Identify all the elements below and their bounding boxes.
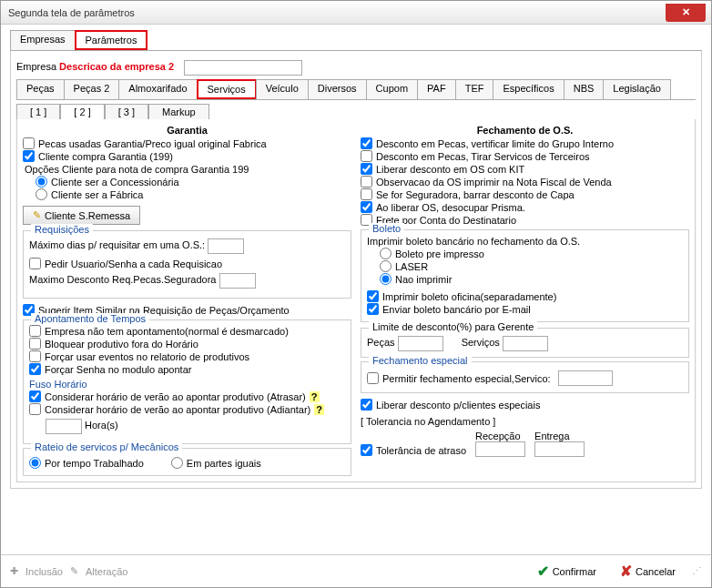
alteracao-label: Alteração	[86, 566, 127, 577]
chk-pecas-usadas[interactable]	[23, 137, 35, 149]
limite-title: Limite de desconto(%) para Gerente	[369, 321, 537, 332]
cat-tab-2[interactable]: Almoxarifado	[118, 79, 197, 99]
tolerancia-title: [ Tolerancia no Agendamento ]	[361, 416, 689, 427]
apontamento-title: Apontamento de Tempos	[31, 313, 149, 324]
cat-tab-11[interactable]: Legislação	[603, 79, 671, 99]
chk-desocupar-prisma[interactable]	[361, 201, 372, 213]
chk-boleto-email[interactable]	[367, 303, 379, 315]
window-title: Segunda tela de parâmetros	[8, 7, 666, 18]
cat-tab-7[interactable]: PAF	[417, 79, 456, 99]
requisicoes-title: Requisições	[31, 224, 93, 235]
confirm-button[interactable]: ✔Confirmar	[530, 559, 604, 583]
chk-boleto-oficina[interactable]	[367, 290, 379, 302]
chk-fuso-atrasar[interactable]	[29, 390, 41, 402]
rad-concessionaria[interactable]	[36, 176, 47, 188]
help-icon[interactable]: ?	[310, 391, 320, 402]
input-limite-servicos[interactable]	[503, 336, 548, 351]
sub-tab-1[interactable]: [ 2 ]	[60, 104, 104, 119]
sub-tab-2[interactable]: [ 3 ]	[105, 104, 148, 119]
cat-tab-10[interactable]: NBS	[564, 79, 605, 99]
input-horas[interactable]	[46, 419, 82, 434]
input-tol-entrega[interactable]	[534, 441, 585, 457]
rad-tempo-trabalhado[interactable]	[29, 457, 41, 469]
inclusao-label: Inclusão	[25, 566, 63, 577]
input-limite-pecas[interactable]	[398, 336, 443, 351]
sub-tabs: [ 1 ][ 2 ][ 3 ]Markup	[16, 104, 696, 119]
input-fech-servico[interactable]	[558, 370, 613, 386]
chk-clientes-especiais[interactable]	[361, 399, 372, 411]
cat-tab-8[interactable]: TEF	[455, 79, 494, 99]
chk-forcar-senha[interactable]	[29, 363, 41, 375]
empresa-label: Empresa	[16, 61, 56, 72]
chk-fech-especial[interactable]	[367, 372, 379, 384]
chk-desc-grupo[interactable]	[361, 137, 372, 149]
close-button[interactable]: ✕	[666, 4, 706, 22]
tab-parametros[interactable]: Parâmetros	[75, 30, 148, 50]
cat-tab-9[interactable]: Específicos	[493, 79, 564, 99]
empresa-desc: Descricao da empresa 2	[59, 61, 174, 72]
cat-tab-3[interactable]: Serviços	[197, 79, 257, 99]
tab-empresas[interactable]: Empresas	[10, 30, 76, 50]
rad-boleto-laser[interactable]	[380, 260, 392, 272]
chk-cliente-compra[interactable]	[23, 150, 35, 162]
edit-icon: ✎	[70, 565, 78, 577]
boleto-title: Boleto	[369, 223, 404, 234]
input-tol-recepcao[interactable]	[475, 441, 525, 457]
cat-tab-4[interactable]: Veículo	[256, 79, 309, 99]
input-max-desconto[interactable]	[219, 273, 256, 289]
empresa-field[interactable]	[184, 60, 302, 76]
rad-boleto-nao[interactable]	[380, 273, 392, 285]
top-tabs: Empresas Parâmetros	[10, 30, 702, 51]
chk-seguradora-capa[interactable]	[361, 188, 372, 200]
fuso-title: Fuso Horário	[29, 379, 345, 390]
rad-partes-iguais[interactable]	[171, 457, 183, 469]
sub-tab-0[interactable]: [ 1 ]	[16, 104, 60, 119]
chk-fuso-adiantar[interactable]	[29, 403, 41, 415]
cat-tab-0[interactable]: Peças	[16, 79, 65, 99]
chk-pedir-usuario[interactable]	[29, 258, 41, 269]
garantia-title: Garantia	[23, 125, 351, 136]
input-max-dias[interactable]	[208, 238, 244, 254]
help-icon[interactable]: ?	[314, 404, 324, 415]
opcoes-cliente-label: Opções Cliente para nota de compra Garan…	[25, 164, 351, 175]
rateio-title: Rateio de servicos p/ Mecânicos	[31, 441, 182, 452]
chk-desc-terceiros[interactable]	[361, 150, 372, 162]
chk-liberar-kit[interactable]	[361, 163, 372, 175]
cat-tab-5[interactable]: Diversos	[308, 79, 367, 99]
btn-cliente-remessa[interactable]: ✎Cliente S.Remessa	[23, 206, 140, 225]
fechamento-title: Fechamento de O.S.	[361, 125, 689, 136]
cat-tab-6[interactable]: Cupom	[366, 79, 418, 99]
cancel-button[interactable]: ✘Cancelar	[613, 559, 683, 583]
rad-boleto-pre[interactable]	[380, 248, 392, 259]
chk-obs-nf[interactable]	[361, 176, 372, 188]
category-tabs: PeçasPeças 2AlmoxarifadoServiçosVeículoD…	[16, 79, 696, 100]
chk-bloquear-produtivo[interactable]	[29, 338, 41, 350]
rad-fabrica[interactable]	[36, 188, 47, 200]
add-icon: ✚	[10, 565, 18, 577]
cat-tab-1[interactable]: Peças 2	[64, 79, 120, 99]
fechamento-especial-title: Fechamento especial	[369, 355, 472, 366]
resize-grip-icon: ⋰	[692, 565, 702, 577]
sub-tab-3[interactable]: Markup	[148, 104, 209, 119]
chk-forcar-eventos[interactable]	[29, 350, 41, 362]
chk-empresa-apontamento[interactable]	[29, 325, 41, 337]
boleto-imprimir-label: Imprimir boleto bancário no fechamento d…	[367, 236, 683, 247]
chk-tolerancia-atraso[interactable]	[361, 444, 372, 456]
